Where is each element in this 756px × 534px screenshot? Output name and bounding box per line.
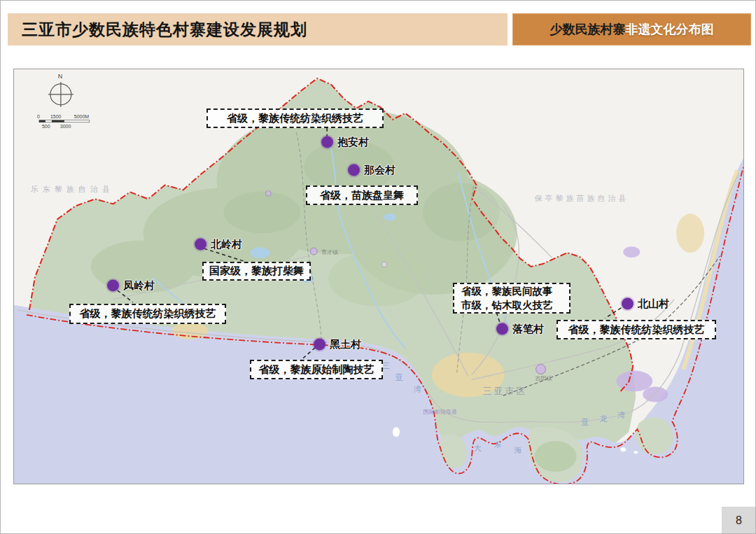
map-panel: N 0 1500 5000M 500 3000 乐东黎族自治县 保亭黎族苗族自治… [13,69,744,484]
svg-text:三: 三 [382,361,390,370]
region-label-downtown: 三亚市区 [483,386,528,396]
svg-text:海: 海 [514,446,522,454]
region-label-baoting: 保亭黎族苗族自治县 [535,194,629,202]
compass-label: N [58,73,62,80]
page-title: 三亚市少数民族特色村寨建设发展规划 [22,19,307,41]
village-marker-beishan: 北山村 [622,297,669,311]
annotation-box-fengling: 省级，黎族传统纺染织绣技艺 [69,304,226,324]
village-marker-fengling: 凤岭村 [107,279,155,293]
village-dot-icon [622,298,634,310]
annotation-text: 省级，苗族盘皇舞 [320,189,404,202]
village-dot-icon [321,136,333,148]
village-name: 北山村 [638,297,669,311]
map-svg: N 0 1500 5000M 500 3000 乐东黎族自治县 保亭黎族苗族自治… [14,69,743,484]
svg-text:5000M: 5000M [74,114,90,119]
village-marker-luobi: 落笔村 [496,323,544,336]
village-dot-icon [107,280,119,292]
village-dot-icon [314,339,326,351]
poi-jiyang: 吉阳镇 [536,376,552,382]
village-dot-icon [496,323,508,335]
village-dot-icon [195,239,206,251]
village-name: 北岭村 [211,238,242,251]
village-marker-beiling: 北岭村 [195,238,242,251]
village-dot-icon [348,164,360,176]
village-marker-heitu: 黑土村 [314,338,361,351]
svg-text:亚: 亚 [580,418,589,426]
annotation-text-line2: 市级，钻木取火技艺 [461,298,553,312]
svg-text:东: 东 [494,440,502,449]
annotation-box-beishan: 省级，黎族传统纺染织绣技艺 [556,320,716,339]
village-name: 黑土村 [330,338,361,351]
annotation-text: 省级，黎族传统纺染织绣技艺 [80,307,216,321]
village-name: 那会村 [364,164,396,177]
region-label-ledong: 乐东黎族自治县 [31,185,114,193]
annotation-box-nahui: 省级，苗族盘皇舞 [306,185,418,205]
village-marker-baoan: 抱安村 [321,136,369,149]
svg-text:龙: 龙 [599,414,607,423]
village-name: 凤岭村 [123,279,155,293]
subtitle-white-part: 非遗文化分布图 [626,21,714,38]
annotation-text: 国家级，黎族打柴舞 [209,265,304,278]
svg-text:0: 0 [37,114,40,119]
village-marker-nahui: 那会村 [348,164,396,177]
svg-text:1500: 1500 [50,114,62,119]
annotation-box-heitu: 省级，黎族原始制陶技艺 [250,360,383,379]
svg-text:3000: 3000 [60,124,71,129]
annotation-text: 省级，黎族传统纺染织绣技艺 [227,112,363,125]
annotation-box-luobi: 省级，黎族民间故事 市级，钻木取火技艺 [453,283,570,314]
svg-text:大: 大 [474,444,482,452]
svg-text:亚: 亚 [395,374,403,382]
village-name: 落笔村 [512,323,544,336]
annotation-text: 省级，黎族传统纺染织绣技艺 [568,323,705,337]
svg-text:湾: 湾 [414,385,421,393]
svg-text:500: 500 [42,124,50,129]
village-name: 抱安村 [337,136,369,149]
svg-text:湾: 湾 [617,411,625,419]
slide: 三亚市少数民族特色村寨建设发展规划 少数民族村寨非遗文化分布图 [0,0,756,534]
subtitle-bar: 少数民族村寨非遗文化分布图 [512,13,751,45]
annotation-box-beiling: 国家级，黎族打柴舞 [202,262,311,281]
poi-yucai: 育才镇 [321,249,338,255]
title-bar: 三亚市少数民族特色村寨建设发展规划 [8,13,507,45]
annotation-text: 省级，黎族原始制陶技艺 [259,363,374,377]
subtitle-black-part: 少数民族村寨 [550,21,626,38]
annotation-box-baoan: 省级，黎族传统纺染织绣技艺 [206,108,384,128]
page-number: 8 [722,507,756,534]
annotation-text-line1: 省级，黎族民间故事 [461,284,553,298]
poi-cruise-port: 国际邮轮母港 [424,409,457,415]
